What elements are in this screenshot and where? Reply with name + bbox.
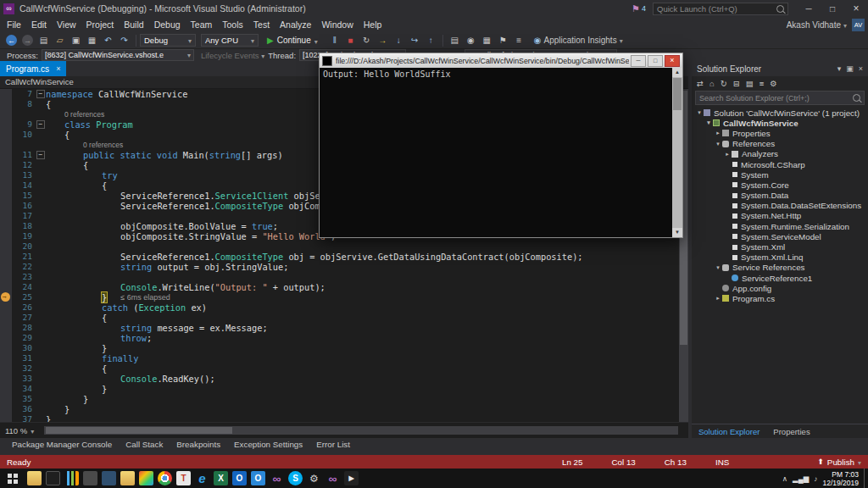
show-hidden-icons-button[interactable]: ∧ — [782, 474, 787, 483]
configuration-dropdown[interactable]: Debug — [140, 34, 196, 47]
tool-tab-exception-settings[interactable]: Exception Settings — [227, 438, 309, 452]
file-explorer-icon[interactable] — [27, 471, 42, 485]
network-icon[interactable]: ▂▄▆ — [793, 474, 809, 483]
tree-item-analyzers[interactable]: Analyzers — [692, 149, 868, 159]
menu-view[interactable]: View — [52, 17, 81, 32]
open-file-icon[interactable]: ▱ — [53, 34, 67, 47]
start-button[interactable] — [0, 469, 25, 488]
new-file-icon[interactable]: ▤ — [36, 34, 51, 47]
tree-item-microsoft-csharp[interactable]: Microsoft.CSharp — [692, 159, 868, 169]
media-app-icon[interactable]: ▶ — [344, 471, 359, 485]
console-window[interactable]: file:///D:/Akash/Projects/CallWcfWinServ… — [319, 53, 683, 238]
collapse-icon[interactable] — [714, 141, 722, 147]
collapse-icon[interactable] — [714, 264, 722, 271]
tree-item-system-runtime-serialization[interactable]: System.Runtime.Serialization — [692, 221, 868, 231]
collapse-all-icon[interactable]: ⊟ — [733, 79, 740, 88]
menu-analyze[interactable]: Analyze — [275, 17, 316, 32]
fold-indicator[interactable] — [36, 150, 46, 160]
menu-file[interactable]: File — [2, 17, 26, 32]
collapse-icon[interactable] — [695, 109, 704, 116]
application-insights-button[interactable]: ◉ Application Insights — [534, 36, 623, 45]
view-code-icon[interactable]: ≡ — [760, 79, 765, 88]
tool-tab-package-manager-console[interactable]: Package Manager Console — [5, 438, 119, 452]
scrollbar-thumb[interactable] — [673, 78, 682, 110]
step-out-icon[interactable]: ↑ — [424, 34, 438, 47]
excel-app-icon[interactable]: X — [214, 471, 228, 485]
tree-item-system-core[interactable]: System.Core — [692, 180, 868, 190]
panel-tab-solution-explorer[interactable]: Solution Explorer — [692, 427, 766, 436]
tree-item-system-xml-linq[interactable]: System.Xml.Linq — [692, 252, 868, 263]
refresh-icon[interactable]: ↻ — [721, 79, 727, 88]
output-window-icon[interactable]: ▤ — [448, 34, 462, 47]
office-app-icon[interactable]: O — [251, 471, 265, 485]
console-close-button[interactable] — [665, 55, 680, 67]
stop-icon[interactable]: ■ — [343, 34, 358, 47]
edge-icon[interactable]: e — [195, 471, 209, 485]
continue-button[interactable]: ▶ Continue — [264, 34, 321, 47]
menu-project[interactable]: Project — [81, 17, 120, 32]
tool-tab-error-list[interactable]: Error List — [309, 438, 357, 452]
notifications-flag-icon[interactable]: ⚑ — [632, 3, 640, 14]
pin-icon[interactable]: ▣ — [846, 64, 854, 73]
maximize-button[interactable] — [821, 1, 844, 17]
tree-item-system-net-http[interactable]: System.Net.Http — [692, 211, 868, 221]
fold-indicator[interactable] — [36, 119, 46, 130]
quick-launch-input[interactable]: Quick Launch (Ctrl+Q) — [653, 3, 788, 15]
save-all-icon[interactable]: ▦ — [85, 34, 99, 47]
platform-dropdown[interactable]: Any CPU — [201, 34, 259, 47]
zoom-dropdown[interactable]: 110 % — [0, 426, 39, 435]
redo-icon[interactable]: ↷ — [117, 34, 131, 47]
visual-studio-2-icon[interactable]: ∞ — [326, 471, 340, 485]
menu-build[interactable]: Build — [119, 17, 148, 32]
tree-item-solution-callwcfwinservice-1-project-[interactable]: Solution 'CallWcfWinService' (1 project) — [692, 108, 868, 118]
folder-icon[interactable] — [120, 471, 135, 485]
console-maximize-button[interactable] — [648, 55, 663, 67]
step-into-icon[interactable]: ↓ — [392, 34, 406, 47]
save-icon[interactable]: ▣ — [69, 34, 83, 47]
tree-item-system[interactable]: System — [692, 169, 868, 180]
tree-item-system-data[interactable]: System.Data — [692, 191, 868, 201]
tree-item-references[interactable]: References — [692, 139, 868, 149]
outlook-icon[interactable]: O — [232, 471, 247, 485]
t-app-icon[interactable]: T — [176, 471, 191, 485]
close-tab-icon[interactable] — [56, 64, 60, 73]
tab-program-cs[interactable]: Program.cs — [0, 61, 66, 76]
tree-item-callwcfwinservice[interactable]: CallWcfWinService — [692, 118, 868, 128]
tree-item-app-config[interactable]: App.config — [692, 283, 868, 293]
app-gray-icon[interactable] — [83, 471, 97, 485]
console-scrollbar[interactable]: ▲ ▼ — [672, 68, 682, 237]
tool-tab-call-stack[interactable]: Call Stack — [119, 438, 170, 452]
settings-gear-icon[interactable]: ⚙ — [307, 471, 321, 485]
tree-item-servicereference1[interactable]: ServiceReference1 — [692, 273, 868, 283]
tree-item-service-references[interactable]: Service References — [692, 263, 868, 273]
list-icon[interactable]: ≡ — [512, 34, 526, 47]
tree-item-system-xml[interactable]: System.Xml — [692, 241, 868, 252]
tree-item-system-data-datasetextensions[interactable]: System.Data.DataSetExtensions — [692, 201, 868, 211]
lifecycle-events-button[interactable]: Lifecycle Events — [201, 51, 264, 60]
volume-icon[interactable]: ♪ — [814, 474, 817, 483]
editor-horizontal-scrollbar[interactable] — [44, 426, 678, 435]
breakpoints-window-icon[interactable]: ◉ — [464, 34, 478, 47]
console-title-bar[interactable]: file:///D:/Akash/Projects/CallWcfWinServ… — [320, 53, 682, 69]
menu-debug[interactable]: Debug — [149, 17, 186, 32]
panel-tab-properties[interactable]: Properties — [766, 427, 816, 436]
sync-with-active-icon[interactable]: ⇄ — [697, 79, 704, 88]
scroll-up-icon[interactable]: ▲ — [672, 68, 682, 77]
collapse-icon[interactable] — [704, 119, 713, 126]
app-blue-icon[interactable] — [102, 471, 116, 485]
user-area[interactable]: Akash Vidhate AV — [787, 19, 865, 31]
scrollbar-thumb[interactable] — [46, 427, 232, 434]
forward-icon[interactable]: → — [22, 35, 33, 46]
fold-indicator[interactable] — [36, 89, 46, 99]
breadcrumb-project-dropdown[interactable]: CallWcfWinService — [0, 77, 329, 86]
restart-icon[interactable]: ↻ — [359, 34, 374, 47]
tree-item-system-servicemodel[interactable]: System.ServiceModel — [692, 231, 868, 241]
menu-edit[interactable]: Edit — [26, 17, 52, 32]
chrome-icon[interactable] — [158, 471, 172, 485]
minimize-button[interactable] — [797, 1, 821, 17]
step-over-icon[interactable]: ↪ — [408, 34, 422, 47]
publish-button[interactable]: ⬆ Publish — [817, 458, 861, 467]
memory-window-icon[interactable]: ▦ — [480, 34, 494, 47]
expand-icon[interactable] — [723, 151, 732, 158]
undo-icon[interactable]: ↶ — [101, 34, 115, 47]
